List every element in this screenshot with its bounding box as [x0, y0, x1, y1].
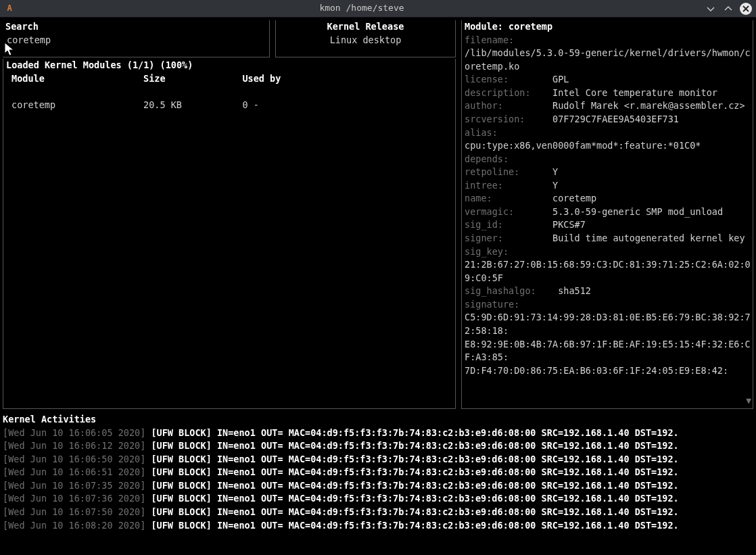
signature-label: signature:: [465, 299, 519, 310]
loaded-modules-label: Loaded Kernel Modules (1/1) (100%): [6, 59, 452, 72]
window-title: kmon /home/steve: [19, 2, 705, 15]
module-detail-panel[interactable]: Module: coretemp filename: /lib/modules/…: [461, 20, 753, 409]
log-message: [UFW BLOCK] IN=eno1 OUT= MAC=04:d9:f5:f3…: [151, 520, 678, 531]
search-label: Search: [5, 20, 266, 34]
log-line: [Wed Jun 10 16:06:05 2020] [UFW BLOCK] I…: [3, 427, 753, 440]
sigid-value: PKCS#7: [552, 219, 586, 230]
srcversion-value: 07F729C7FAEE9A5403EF731: [552, 114, 679, 124]
log-line: [Wed Jun 10 16:06:51 2020] [UFW BLOCK] I…: [3, 466, 753, 479]
log-message: [UFW BLOCK] IN=eno1 OUT= MAC=04:d9:f5:f3…: [151, 493, 678, 504]
log-timestamp: [Wed Jun 10 16:07:35 2020]: [3, 480, 151, 491]
log-line: [Wed Jun 10 16:06:50 2020] [UFW BLOCK] I…: [3, 453, 753, 466]
description-label: description:: [465, 87, 531, 98]
signer-label: signer:: [465, 233, 503, 243]
author-value: Rudolf Marek <r.marek@assembler.cz>: [552, 100, 745, 111]
description-value: Intel Core temperature monitor: [552, 87, 717, 98]
kernel-activities-panel[interactable]: Kernel Activities [Wed Jun 10 16:06:05 2…: [3, 413, 753, 554]
name-label: name:: [465, 193, 492, 203]
app-icon: A: [4, 3, 15, 14]
alias-label: alias:: [465, 127, 498, 138]
search-input[interactable]: coretemp: [5, 34, 266, 47]
retpoline-label: retpoline:: [465, 166, 519, 177]
log-line: [Wed Jun 10 16:07:35 2020] [UFW BLOCK] I…: [3, 479, 753, 493]
log-timestamp: [Wed Jun 10 16:06:51 2020]: [3, 466, 151, 477]
kernel-release-value: Linux desktop: [279, 34, 452, 47]
log-line: [Wed Jun 10 16:08:20 2020] [UFW BLOCK] I…: [3, 519, 753, 533]
retpoline-value: Y: [552, 166, 558, 177]
sigkey-label: sig_key:: [465, 246, 509, 257]
kernel-activities-label: Kernel Activities: [3, 413, 753, 427]
search-panel[interactable]: Search coretemp: [3, 20, 270, 57]
license-value: GPL: [552, 74, 569, 85]
log-timestamp: [Wed Jun 10 16:08:20 2020]: [3, 520, 151, 531]
log-timestamp: [Wed Jun 10 16:06:12 2020]: [3, 440, 151, 451]
log-timestamp: [Wed Jun 10 16:07:50 2020]: [3, 506, 151, 517]
log-timestamp: [Wed Jun 10 16:06:05 2020]: [3, 427, 151, 438]
sighash-label: sig_hashalgo:: [465, 285, 536, 296]
depends-label: depends:: [465, 153, 509, 164]
name-value: coretemp: [552, 193, 596, 203]
log-message: [UFW BLOCK] IN=eno1 OUT= MAC=04:d9:f5:f3…: [151, 506, 678, 517]
filename-label: filename:: [465, 34, 514, 45]
sighash-value: sha512: [558, 285, 591, 296]
vermagic-label: vermagic:: [465, 206, 514, 217]
filename-value: /lib/modules/5.3.0-59-generic/kernel/dri…: [465, 47, 753, 73]
sigkey-value: 21:2B:67:27:0B:15:68:59:C3:DC:81:39:71:2…: [465, 258, 753, 285]
log-line: [Wed Jun 10 16:07:50 2020] [UFW BLOCK] I…: [3, 506, 753, 519]
log-message: [UFW BLOCK] IN=eno1 OUT= MAC=04:d9:f5:f3…: [151, 466, 678, 477]
minimize-icon[interactable]: [705, 3, 717, 15]
log-line: [Wed Jun 10 16:06:12 2020] [UFW BLOCK] I…: [3, 439, 753, 453]
loaded-modules-panel[interactable]: Loaded Kernel Modules (1/1) (100%) Modul…: [3, 59, 456, 409]
log-message: [UFW BLOCK] IN=eno1 OUT= MAC=04:d9:f5:f3…: [151, 440, 678, 451]
window-titlebar: A kmon /home/steve: [0, 0, 756, 18]
close-icon[interactable]: [740, 3, 752, 15]
log-timestamp: [Wed Jun 10 16:06:50 2020]: [3, 454, 151, 464]
intree-label: intree:: [465, 180, 503, 191]
table-row[interactable]: coretemp 20.5 KB 0 -: [6, 99, 452, 112]
terminal-area: Search coretemp Kernel Release Linux des…: [0, 18, 756, 555]
log-timestamp: [Wed Jun 10 16:07:36 2020]: [3, 493, 151, 504]
signer-value: Build time autogenerated kernel key: [552, 233, 745, 243]
scroll-indicator-icon: ▼: [746, 395, 751, 408]
srcversion-label: srcversion:: [465, 114, 525, 124]
license-label: license:: [465, 74, 509, 85]
maximize-icon[interactable]: [722, 3, 734, 15]
signature-value: C5:9D:6D:91:73:14:99:28:D3:81:0E:B5:E6:7…: [465, 311, 753, 377]
sigid-label: sig_id:: [465, 219, 503, 230]
log-message: [UFW BLOCK] IN=eno1 OUT= MAC=04:d9:f5:f3…: [151, 480, 678, 491]
modules-table-header: Module Size Used by: [6, 72, 452, 86]
vermagic-value: 5.3.0-59-generic SMP mod_unload: [552, 206, 723, 217]
alias-value: cpu:type:x86,ven0000fam*mod*:feature:*01…: [465, 139, 753, 153]
author-label: author:: [465, 100, 503, 111]
log-message: [UFW BLOCK] IN=eno1 OUT= MAC=04:d9:f5:f3…: [151, 427, 678, 438]
kernel-release-panel: Kernel Release Linux desktop: [275, 20, 456, 57]
window-controls: [705, 3, 752, 15]
log-message: [UFW BLOCK] IN=eno1 OUT= MAC=04:d9:f5:f3…: [151, 454, 678, 464]
intree-value: Y: [552, 180, 558, 191]
log-line: [Wed Jun 10 16:07:36 2020] [UFW BLOCK] I…: [3, 492, 753, 506]
kernel-release-label: Kernel Release: [279, 20, 452, 34]
module-detail-header: Module: coretemp: [465, 20, 753, 34]
